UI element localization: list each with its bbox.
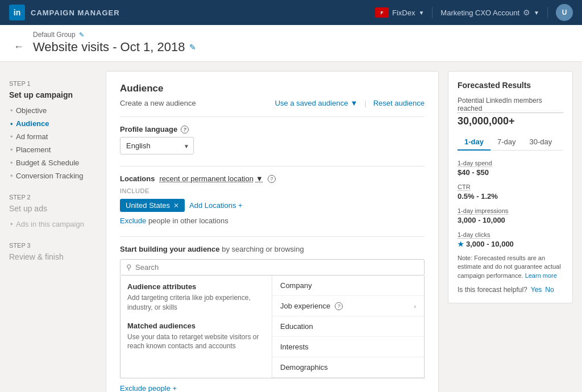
audience-search-input[interactable]	[135, 263, 418, 272]
account-chevron-icon: ▼	[418, 10, 424, 16]
builder-label-end: by searching or browsing	[222, 245, 304, 253]
sidebar-item-placement[interactable]: Placement	[9, 143, 97, 156]
location-tags: United States ✕ Add Locations +	[120, 199, 425, 212]
account-name: FixDex	[392, 9, 415, 17]
tab-7day[interactable]: 7-day	[490, 134, 523, 151]
marketing-account-name: Marketing CXO Account	[440, 9, 519, 17]
sidebar: Step 1 Set up campaign Objective Audienc…	[0, 71, 97, 392]
profile-language-help-icon[interactable]: ?	[181, 126, 189, 134]
audience-attributes-section[interactable]: Audience attributes Add targeting criter…	[127, 282, 265, 312]
matched-audiences-title: Matched audiences	[127, 322, 265, 330]
forecast-title: Forecasted Results	[458, 81, 563, 90]
exclude-link[interactable]: Exclude	[120, 216, 146, 225]
language-select[interactable]: English	[120, 137, 194, 155]
menu-item-job-experience[interactable]: Job experience ? ›	[272, 296, 424, 316]
helpful-no-button[interactable]: No	[545, 286, 554, 294]
tab-1day[interactable]: 1-day	[458, 134, 490, 151]
location-tag-us: United States ✕	[120, 199, 185, 212]
locations-help-icon[interactable]: ?	[268, 175, 276, 183]
matched-audiences-desc: Use your data to retarget website visito…	[127, 332, 265, 352]
saved-audience-label: Use a saved audience	[275, 99, 348, 107]
marketing-account[interactable]: Marketing CXO Account ⚙ ▼	[440, 8, 539, 17]
add-location-button[interactable]: Add Locations +	[189, 201, 243, 210]
settings-gear-icon: ⚙	[523, 8, 530, 17]
account-flag-icon: F	[375, 7, 389, 18]
topnav-right: F FixDex ▼ Marketing CXO Account ⚙ ▼ U	[375, 4, 573, 21]
menu-item-education[interactable]: Education	[272, 316, 424, 337]
menu-item-demographics[interactable]: Demographics	[272, 357, 424, 378]
helpful-label: Is this forecast helpful?	[458, 286, 527, 294]
step3-title: Review & finish	[9, 252, 97, 261]
topnav: in CAMPAIGN MANAGER F FixDex ▼ Marketing…	[0, 0, 582, 25]
location-tag-text: United States	[126, 201, 170, 210]
menu-item-education-label: Education	[280, 322, 313, 331]
marketing-chevron-icon: ▼	[534, 10, 539, 16]
job-experience-help-icon[interactable]: ?	[335, 302, 343, 310]
sidebar-item-audience[interactable]: Audience	[9, 117, 97, 130]
header-content: Default Group ✎ Website visits - Oct 1, …	[33, 31, 196, 55]
content-area: Audience Create a new audience Use a sav…	[106, 71, 573, 392]
breadcrumb-edit-icon[interactable]: ✎	[79, 31, 84, 39]
members-reached-value: 30,000,000+	[458, 115, 563, 127]
sidebar-item-budget[interactable]: Budget & Schedule	[9, 156, 97, 169]
use-saved-audience-button[interactable]: Use a saved audience ▼	[275, 99, 358, 107]
saved-audience-chevron-icon: ▼	[350, 99, 357, 107]
include-label: INCLUDE	[120, 187, 425, 194]
divider2	[120, 166, 425, 166]
location-type-chevron-icon: ▼	[256, 174, 263, 183]
menu-item-company[interactable]: Company	[272, 276, 424, 296]
sidebar-item-ads[interactable]: Ads in this campaign	[9, 218, 97, 231]
profile-language-label: Profile language ?	[120, 125, 425, 134]
profile-language-section: Profile language ? English ▼	[120, 125, 425, 155]
menu-item-interests[interactable]: Interests	[272, 337, 424, 357]
menu-item-company-label: Company	[280, 281, 312, 290]
builder-label: Start building your audience by searchin…	[120, 245, 425, 253]
impressions-label: 1-day impressions	[458, 207, 508, 215]
sidebar-step3: Step 3 Review & finish	[9, 242, 97, 261]
clicks-label: 1-day clicks	[458, 231, 490, 239]
sidebar-item-conversion[interactable]: Conversion Tracking	[9, 169, 97, 182]
app-title: CAMPAIGN MANAGER	[31, 9, 120, 17]
reset-audience-button[interactable]: Reset audience	[373, 99, 425, 107]
job-experience-chevron-icon: ›	[414, 303, 416, 310]
step1-items: Objective Audience Ad format Placement B…	[9, 104, 97, 182]
page-title-text: Website visits - Oct 1, 2018	[33, 40, 185, 55]
audience-attributes-title: Audience attributes	[127, 282, 265, 291]
ctr-value: 0.5% - 1.2%	[458, 192, 563, 201]
clicks-star-icon: ★	[458, 240, 464, 248]
location-tag-remove-icon[interactable]: ✕	[173, 202, 179, 210]
forecast-note: Note: Forecasted results are an estimate…	[458, 254, 563, 280]
spend-stat: 1-day spend $40 - $50	[458, 159, 563, 177]
menu-item-demographics-label: Demographics	[280, 363, 328, 372]
step2-items: Ads in this campaign	[9, 218, 97, 231]
forecast-learn-more[interactable]: Learn more	[525, 272, 557, 279]
helpful-yes-button[interactable]: Yes	[531, 286, 542, 294]
audience-subheader: Create a new audience Use a saved audien…	[120, 99, 425, 107]
title-edit-icon[interactable]: ✎	[189, 43, 196, 52]
language-select-wrapper: English ▼	[120, 137, 194, 155]
exclude-location-row: Exclude people in other locations	[120, 216, 425, 225]
account-selector[interactable]: F FixDex ▼	[375, 7, 424, 18]
sidebar-item-adformat[interactable]: Ad format	[9, 130, 97, 143]
clicks-stat: 1-day clicks ★ 3,000 - 10,000	[458, 230, 563, 248]
helpful-row: Is this forecast helpful? Yes No	[458, 286, 563, 294]
divider1	[120, 116, 425, 117]
members-reached-label: Potential LinkedIn members reached	[458, 97, 563, 113]
tab-30day[interactable]: 30-day	[523, 134, 559, 151]
spend-label: 1-day spend	[458, 160, 492, 167]
sidebar-step2: Step 2 Set up ads Ads in this campaign	[9, 194, 97, 231]
main-layout: Step 1 Set up campaign Objective Audienc…	[0, 62, 582, 392]
sidebar-item-objective[interactable]: Objective	[9, 104, 97, 117]
locations-label: Locations	[120, 174, 155, 183]
exclude-people-button[interactable]: Exclude people +	[120, 378, 177, 392]
user-avatar[interactable]: U	[556, 4, 573, 21]
back-button[interactable]: ←	[14, 41, 24, 53]
spend-value: $40 - $50	[458, 168, 563, 177]
audience-attributes-desc: Add targeting criteria like job experien…	[127, 293, 265, 312]
matched-audiences-section[interactable]: Matched audiences Use your data to retar…	[127, 322, 265, 352]
breadcrumb: Default Group ✎	[33, 31, 196, 39]
audience-left-panel: Audience attributes Add targeting criter…	[120, 276, 272, 378]
ctr-label: CTR	[458, 184, 471, 191]
location-type-button[interactable]: recent or permanent location ▼	[159, 174, 263, 183]
impressions-stat: 1-day impressions 3,000 - 10,000	[458, 206, 563, 224]
